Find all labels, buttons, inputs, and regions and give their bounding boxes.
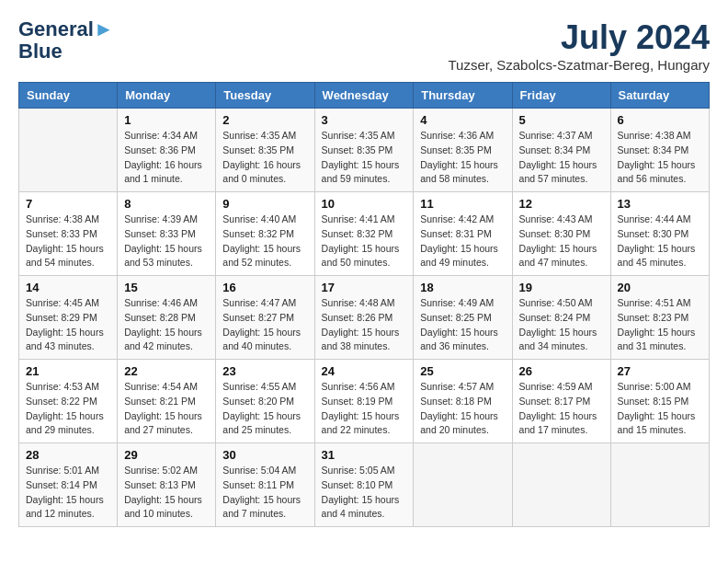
- day-info: Sunrise: 4:36 AMSunset: 8:35 PMDaylight:…: [420, 129, 505, 187]
- day-info: Sunrise: 4:45 AMSunset: 8:29 PMDaylight:…: [26, 296, 110, 354]
- calendar-cell: 4Sunrise: 4:36 AMSunset: 8:35 PMDaylight…: [414, 109, 512, 192]
- calendar-week-2: 7Sunrise: 4:38 AMSunset: 8:33 PMDaylight…: [19, 192, 710, 276]
- page-header: General►Blue July 2024 Tuzser, Szabolcs-…: [18, 18, 710, 73]
- logo: General►Blue: [18, 18, 114, 63]
- day-number: 13: [618, 197, 702, 211]
- day-number: 27: [618, 364, 702, 378]
- day-number: 1: [124, 113, 209, 127]
- calendar-cell: 15Sunrise: 4:46 AMSunset: 8:28 PMDayligh…: [118, 276, 216, 360]
- day-number: 31: [322, 448, 407, 462]
- day-number: 16: [222, 281, 307, 294]
- calendar-cell: 25Sunrise: 4:57 AMSunset: 8:18 PMDayligh…: [414, 360, 512, 443]
- day-number: 15: [124, 281, 209, 294]
- calendar-week-4: 21Sunrise: 4:53 AMSunset: 8:22 PMDayligh…: [19, 360, 710, 443]
- day-info: Sunrise: 4:51 AMSunset: 8:23 PMDaylight:…: [618, 296, 702, 354]
- calendar-cell: 22Sunrise: 4:54 AMSunset: 8:21 PMDayligh…: [118, 360, 216, 443]
- calendar-cell: 5Sunrise: 4:37 AMSunset: 8:34 PMDaylight…: [512, 109, 610, 192]
- day-info: Sunrise: 4:59 AMSunset: 8:17 PMDaylight:…: [519, 380, 604, 438]
- calendar-week-5: 28Sunrise: 5:01 AMSunset: 8:14 PMDayligh…: [19, 443, 710, 527]
- calendar-week-3: 14Sunrise: 4:45 AMSunset: 8:29 PMDayligh…: [19, 276, 710, 360]
- header-sunday: Sunday: [19, 83, 118, 109]
- day-info: Sunrise: 4:39 AMSunset: 8:33 PMDaylight:…: [124, 213, 209, 270]
- calendar-cell: 3Sunrise: 4:35 AMSunset: 8:35 PMDaylight…: [314, 109, 414, 192]
- day-number: 30: [222, 448, 307, 462]
- day-number: 21: [26, 364, 110, 378]
- day-info: Sunrise: 5:04 AMSunset: 8:11 PMDaylight:…: [222, 464, 307, 522]
- calendar-cell: 27Sunrise: 5:00 AMSunset: 8:15 PMDayligh…: [610, 360, 709, 443]
- header-friday: Friday: [512, 83, 610, 109]
- calendar-cell: 1Sunrise: 4:34 AMSunset: 8:36 PMDaylight…: [118, 109, 216, 192]
- calendar-cell: 24Sunrise: 4:56 AMSunset: 8:19 PMDayligh…: [314, 360, 414, 443]
- calendar-header-row: SundayMondayTuesdayWednesdayThursdayFrid…: [19, 83, 710, 109]
- day-number: 7: [26, 197, 110, 211]
- title-block: July 2024 Tuzser, Szabolcs-Szatmar-Bereg…: [448, 18, 710, 73]
- calendar-cell: 18Sunrise: 4:49 AMSunset: 8:25 PMDayligh…: [414, 276, 512, 360]
- calendar-cell: 28Sunrise: 5:01 AMSunset: 8:14 PMDayligh…: [19, 443, 118, 527]
- day-number: 12: [519, 197, 604, 211]
- header-saturday: Saturday: [610, 83, 709, 109]
- day-number: 19: [519, 281, 604, 294]
- calendar-cell: 10Sunrise: 4:41 AMSunset: 8:32 PMDayligh…: [314, 192, 414, 276]
- day-info: Sunrise: 4:48 AMSunset: 8:26 PMDaylight:…: [322, 296, 407, 354]
- calendar-cell: 26Sunrise: 4:59 AMSunset: 8:17 PMDayligh…: [512, 360, 610, 443]
- day-info: Sunrise: 4:43 AMSunset: 8:30 PMDaylight:…: [519, 213, 604, 270]
- location-title: Tuzser, Szabolcs-Szatmar-Bereg, Hungary: [448, 57, 710, 73]
- calendar-cell: [512, 443, 610, 527]
- day-number: 2: [222, 113, 307, 127]
- calendar-cell: [414, 443, 512, 527]
- day-info: Sunrise: 4:49 AMSunset: 8:25 PMDaylight:…: [420, 296, 505, 354]
- day-number: 17: [322, 281, 407, 294]
- day-info: Sunrise: 4:35 AMSunset: 8:35 PMDaylight:…: [322, 129, 407, 187]
- day-info: Sunrise: 4:38 AMSunset: 8:33 PMDaylight:…: [26, 213, 110, 270]
- day-number: 10: [322, 197, 407, 211]
- calendar-week-1: 1Sunrise: 4:34 AMSunset: 8:36 PMDaylight…: [19, 109, 710, 192]
- calendar-cell: 29Sunrise: 5:02 AMSunset: 8:13 PMDayligh…: [118, 443, 216, 527]
- calendar-cell: 13Sunrise: 4:44 AMSunset: 8:30 PMDayligh…: [610, 192, 709, 276]
- day-info: Sunrise: 4:57 AMSunset: 8:18 PMDaylight:…: [420, 380, 505, 438]
- day-number: 4: [420, 113, 505, 127]
- day-info: Sunrise: 4:38 AMSunset: 8:34 PMDaylight:…: [618, 129, 702, 187]
- day-info: Sunrise: 4:55 AMSunset: 8:20 PMDaylight:…: [222, 380, 307, 438]
- day-number: 6: [618, 113, 702, 127]
- calendar-cell: 16Sunrise: 4:47 AMSunset: 8:27 PMDayligh…: [216, 276, 314, 360]
- day-number: 11: [420, 197, 505, 211]
- header-tuesday: Tuesday: [216, 83, 314, 109]
- calendar-cell: 12Sunrise: 4:43 AMSunset: 8:30 PMDayligh…: [512, 192, 610, 276]
- day-number: 23: [222, 364, 307, 378]
- day-info: Sunrise: 4:35 AMSunset: 8:35 PMDaylight:…: [222, 129, 307, 187]
- calendar-table: SundayMondayTuesdayWednesdayThursdayFrid…: [18, 82, 710, 527]
- day-number: 24: [322, 364, 407, 378]
- header-thursday: Thursday: [414, 83, 512, 109]
- header-monday: Monday: [118, 83, 216, 109]
- day-number: 28: [26, 448, 110, 462]
- calendar-cell: 7Sunrise: 4:38 AMSunset: 8:33 PMDaylight…: [19, 192, 118, 276]
- day-number: 22: [124, 364, 209, 378]
- day-info: Sunrise: 4:50 AMSunset: 8:24 PMDaylight:…: [519, 296, 604, 354]
- header-wednesday: Wednesday: [314, 83, 414, 109]
- calendar-cell: 30Sunrise: 5:04 AMSunset: 8:11 PMDayligh…: [216, 443, 314, 527]
- day-number: 25: [420, 364, 505, 378]
- day-number: 14: [26, 281, 110, 294]
- calendar-cell: 11Sunrise: 4:42 AMSunset: 8:31 PMDayligh…: [414, 192, 512, 276]
- day-number: 29: [124, 448, 209, 462]
- day-info: Sunrise: 4:56 AMSunset: 8:19 PMDaylight:…: [322, 380, 407, 438]
- logo-text: General►Blue: [18, 18, 114, 63]
- calendar-cell: 6Sunrise: 4:38 AMSunset: 8:34 PMDaylight…: [610, 109, 709, 192]
- day-info: Sunrise: 4:47 AMSunset: 8:27 PMDaylight:…: [222, 296, 307, 354]
- day-info: Sunrise: 5:01 AMSunset: 8:14 PMDaylight:…: [26, 464, 110, 522]
- day-number: 18: [420, 281, 505, 294]
- calendar-cell: 31Sunrise: 5:05 AMSunset: 8:10 PMDayligh…: [314, 443, 414, 527]
- calendar-cell: 8Sunrise: 4:39 AMSunset: 8:33 PMDaylight…: [118, 192, 216, 276]
- calendar-cell: 19Sunrise: 4:50 AMSunset: 8:24 PMDayligh…: [512, 276, 610, 360]
- day-info: Sunrise: 4:34 AMSunset: 8:36 PMDaylight:…: [124, 129, 209, 187]
- calendar-cell: 17Sunrise: 4:48 AMSunset: 8:26 PMDayligh…: [314, 276, 414, 360]
- calendar-cell: 21Sunrise: 4:53 AMSunset: 8:22 PMDayligh…: [19, 360, 118, 443]
- calendar-cell: [610, 443, 709, 527]
- day-info: Sunrise: 4:41 AMSunset: 8:32 PMDaylight:…: [322, 213, 407, 270]
- day-number: 9: [222, 197, 307, 211]
- day-number: 8: [124, 197, 209, 211]
- day-info: Sunrise: 5:00 AMSunset: 8:15 PMDaylight:…: [618, 380, 702, 438]
- day-info: Sunrise: 5:05 AMSunset: 8:10 PMDaylight:…: [322, 464, 407, 522]
- day-info: Sunrise: 4:53 AMSunset: 8:22 PMDaylight:…: [26, 380, 110, 438]
- day-number: 3: [322, 113, 407, 127]
